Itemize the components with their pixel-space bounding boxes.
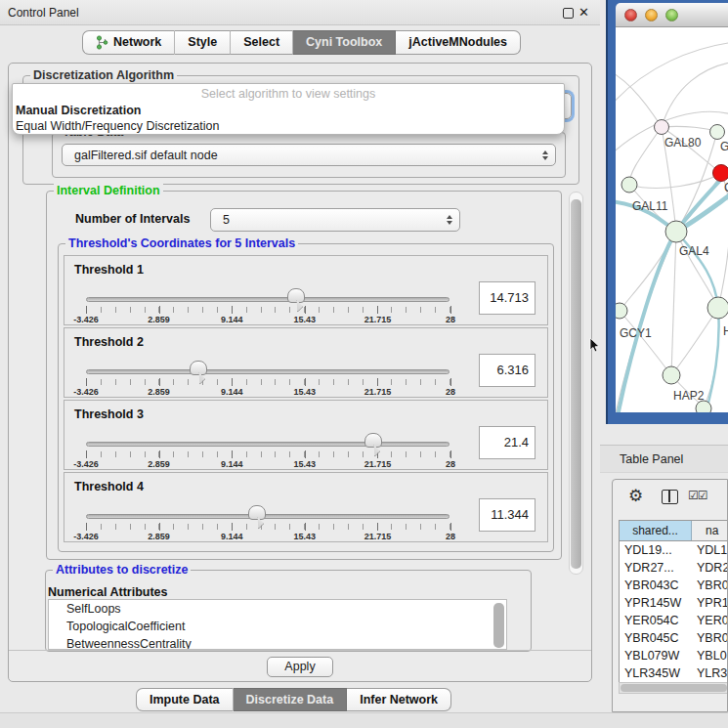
app-root: Control Panel ✕ Network Style Select Cyn… bbox=[0, 0, 728, 728]
node-label-ga: GA bbox=[720, 140, 728, 153]
network-tab-icon bbox=[96, 35, 108, 50]
table-row[interactable]: YBR043CYBR0 bbox=[620, 577, 728, 594]
tab-discretize-data[interactable]: Discretize Data bbox=[234, 688, 348, 711]
column-header-name[interactable]: na bbox=[692, 521, 728, 540]
attributes-group-title: Attributes to discretize bbox=[53, 563, 191, 577]
tab-cyni-toolbox[interactable]: Cyni Toolbox bbox=[293, 30, 396, 55]
top-tab-bar: Network Style Select Cyni Toolbox jActiv… bbox=[82, 30, 521, 55]
table-row[interactable]: YBR045CYBR0 bbox=[620, 629, 728, 647]
control-panel-titlebar: Control Panel ✕ bbox=[0, 0, 600, 25]
tab-infer-network[interactable]: Infer Network bbox=[347, 688, 451, 711]
tab-jactivemnodules[interactable]: jActiveMNodules bbox=[396, 30, 521, 55]
node-attribute-table: shared... na YDL19...YDL1 YDR27...YDR2 Y… bbox=[619, 520, 728, 685]
threshold-4-slider-thumb[interactable] bbox=[248, 505, 266, 520]
slider-ticks bbox=[86, 379, 450, 385]
threshold-4-box: Threshold 4 -3.426 2.859 9.144 15.43 21.… bbox=[64, 472, 548, 542]
threshold-3-box: Threshold 3 -3.426 2.859 9.144 15.43 21.… bbox=[64, 400, 548, 470]
list-item[interactable]: BetweennessCentrality bbox=[49, 635, 506, 650]
cell[interactable]: YPR145W bbox=[620, 594, 692, 612]
threshold-2-slider-track[interactable] bbox=[86, 369, 450, 374]
cell[interactable]: YLR3 bbox=[692, 664, 728, 682]
apply-button[interactable]: Apply bbox=[267, 657, 333, 677]
threshold-4-value-field[interactable]: 11.344 bbox=[479, 498, 535, 532]
thresholds-group-title: Threshold's Coordinates for 5 Intervals bbox=[65, 236, 298, 250]
zoom-traffic-light-icon[interactable] bbox=[665, 9, 678, 21]
table-row[interactable]: YPR145WYPR1 bbox=[620, 594, 728, 612]
dropdown-prompt: Select algorithm to view settings bbox=[13, 84, 564, 103]
number-of-intervals-combobox[interactable]: 5 bbox=[210, 208, 460, 232]
tab-select[interactable]: Select bbox=[231, 30, 293, 55]
cell[interactable]: YBR0 bbox=[692, 577, 728, 594]
cell[interactable]: YLR345W bbox=[620, 664, 692, 682]
combobox-arrows-icon bbox=[542, 150, 548, 160]
table-horizontal-scrollbar[interactable] bbox=[619, 682, 728, 694]
threshold-4-label: Threshold 4 bbox=[74, 480, 144, 493]
close-icon[interactable]: ✕ bbox=[578, 5, 589, 20]
table-row[interactable]: YDL19...YDL1 bbox=[620, 541, 728, 559]
tab-select-label: Select bbox=[243, 31, 279, 54]
threshold-3-slider-track[interactable] bbox=[86, 442, 450, 447]
tab-impute-data[interactable]: Impute Data bbox=[136, 688, 234, 711]
threshold-3-slider-thumb[interactable] bbox=[364, 433, 382, 448]
cell[interactable]: YER0 bbox=[692, 612, 728, 629]
threshold-2-slider-thumb[interactable] bbox=[190, 361, 207, 375]
bottom-tab-bar: Impute Data Discretize Data Infer Networ… bbox=[136, 688, 451, 711]
table-row[interactable]: YDR27...YDR2 bbox=[620, 559, 728, 577]
list-scrollbar[interactable] bbox=[493, 603, 504, 648]
close-traffic-light-icon[interactable] bbox=[624, 9, 637, 21]
tab-network[interactable]: Network bbox=[82, 30, 175, 55]
table-row[interactable]: YBL079WYBL0 bbox=[620, 647, 728, 664]
control-panel: Control Panel ✕ Network Style Select Cyn… bbox=[0, 0, 600, 728]
cell[interactable]: YER054C bbox=[620, 612, 692, 629]
cell[interactable]: YBL079W bbox=[620, 647, 692, 664]
cell[interactable]: YDR27... bbox=[620, 559, 692, 577]
float-window-icon[interactable] bbox=[563, 8, 574, 19]
tab-style[interactable]: Style bbox=[175, 30, 231, 55]
node-ga[interactable] bbox=[710, 125, 725, 140]
node-label-c: C bbox=[724, 181, 728, 194]
cell[interactable]: YBR0 bbox=[692, 629, 728, 647]
threshold-3-value-field[interactable]: 21.4 bbox=[479, 426, 535, 459]
slider-tick-labels: -3.426 2.859 9.144 15.43 21.715 28 bbox=[86, 532, 450, 542]
node-labels: GAL80 GA C GAL11 GAL4 GCY1 H HAP2 bbox=[620, 136, 728, 403]
algorithm-dropdown-popup: Select algorithm to view settings Manual… bbox=[12, 83, 565, 135]
column-header-shared-name[interactable]: shared... bbox=[620, 521, 692, 540]
panel-scrollbar-thumb[interactable] bbox=[571, 199, 581, 569]
cell[interactable]: YPR1 bbox=[692, 594, 728, 612]
number-of-intervals-value: 5 bbox=[223, 213, 230, 227]
node-gal11[interactable] bbox=[621, 177, 637, 193]
cell[interactable]: YBR043C bbox=[620, 577, 692, 594]
column-layout-icon[interactable] bbox=[662, 490, 678, 504]
table-data-combobox[interactable]: galFiltered.sif default node bbox=[62, 144, 556, 166]
table-row[interactable]: YLR345WYLR3 bbox=[620, 664, 728, 682]
node-gal4[interactable] bbox=[665, 221, 687, 242]
cell[interactable]: YDL1 bbox=[692, 541, 728, 559]
list-item[interactable]: TopologicalCoefficient bbox=[49, 618, 506, 635]
slider-tick-labels: -3.426 2.859 9.144 15.43 21.715 28 bbox=[86, 459, 450, 470]
network-canvas[interactable]: GAL80 GA C GAL11 GAL4 GCY1 H HAP2 bbox=[616, 27, 728, 412]
dropdown-option-equal-width[interactable]: Equal Width/Frequency Discretization bbox=[13, 118, 564, 134]
threshold-1-value-field[interactable]: 14.713 bbox=[479, 281, 535, 315]
node-gcy1[interactable] bbox=[616, 303, 627, 319]
dropdown-option-manual-discretization[interactable]: Manual Discretization bbox=[13, 103, 564, 118]
cell[interactable]: YBR045C bbox=[620, 629, 692, 647]
threshold-2-label: Threshold 2 bbox=[74, 335, 144, 349]
cell[interactable]: YBL0 bbox=[692, 647, 728, 664]
node-h[interactable] bbox=[707, 297, 728, 319]
threshold-4-slider-track[interactable] bbox=[86, 514, 450, 519]
list-item[interactable]: SelfLoops bbox=[49, 600, 506, 618]
panel-scrollbar[interactable] bbox=[569, 192, 583, 575]
threshold-2-value-field[interactable]: 6.316 bbox=[479, 354, 535, 387]
threshold-1-slider-thumb[interactable] bbox=[287, 288, 305, 303]
node-gal80[interactable] bbox=[655, 120, 669, 135]
cell[interactable]: YDL19... bbox=[620, 541, 692, 559]
node-hap2[interactable] bbox=[663, 366, 680, 384]
gear-icon[interactable]: ⚙ bbox=[628, 486, 643, 505]
minimize-traffic-light-icon[interactable] bbox=[645, 9, 658, 21]
select-columns-icon[interactable]: ☑☑ bbox=[688, 489, 707, 502]
node-selected-red[interactable] bbox=[713, 165, 728, 182]
cell[interactable]: YDR2 bbox=[692, 559, 728, 577]
threshold-1-slider-track[interactable] bbox=[86, 297, 450, 302]
table-row[interactable]: YER054CYER0 bbox=[620, 612, 728, 629]
table-hscrollbar-thumb[interactable] bbox=[621, 684, 727, 692]
